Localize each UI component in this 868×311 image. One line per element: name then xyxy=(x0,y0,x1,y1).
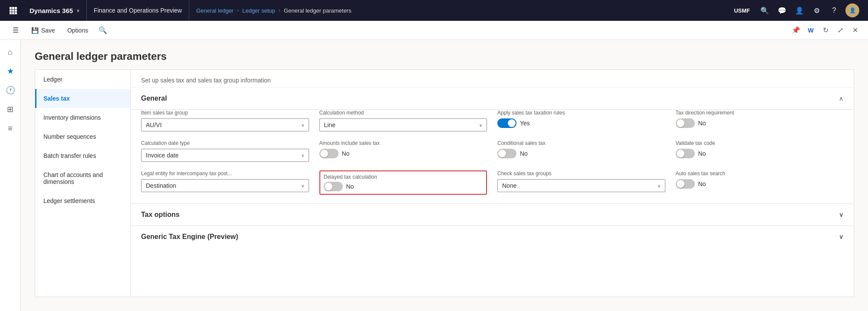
delayed-tax-calculation-toggle[interactable] xyxy=(324,182,343,191)
form-description: Set up sales tax and sales tax group inf… xyxy=(131,70,854,88)
field-calculation-method: Calculation method Line ∨ xyxy=(319,110,487,131)
delayed-tax-calculation-label: Delayed tax calculation xyxy=(324,174,483,180)
breadcrumb: General ledger › Ledger setup › General … xyxy=(189,7,729,14)
item-sales-tax-group-dropdown[interactable]: AU/VI ∨ xyxy=(141,118,309,131)
nav-item-ledger-settlements[interactable]: Ledger settlements xyxy=(35,191,130,210)
tax-direction-requirement-value: No xyxy=(698,120,706,127)
help-nav-icon[interactable]: ? xyxy=(826,3,842,18)
field-tax-direction-requirement: Tax direction requirement No xyxy=(676,110,844,131)
check-sales-tax-groups-label: Check sales tax groups xyxy=(497,170,665,177)
apply-sales-tax-rules-toggle-group: Yes xyxy=(497,118,665,128)
nav-item-batch-transfer-rules[interactable]: Batch transfer rules xyxy=(35,146,130,165)
field-delayed-tax-calculation-highlight: Delayed tax calculation No xyxy=(319,170,487,195)
svg-rect-6 xyxy=(10,12,12,14)
search-nav-icon[interactable]: 🔍 xyxy=(757,3,773,18)
svg-rect-7 xyxy=(12,12,14,14)
validate-tax-code-value: No xyxy=(698,150,706,157)
calculation-date-type-dropdown[interactable]: Invoice date ∨ xyxy=(141,149,309,162)
favorites-icon[interactable]: ★ xyxy=(2,62,19,80)
tax-options-header[interactable]: Tax options ∨ xyxy=(131,204,854,226)
field-validate-tax-code: Validate tax code No xyxy=(676,140,844,162)
nav-item-chart-of-accounts[interactable]: Chart of accounts and dimensions xyxy=(35,165,130,191)
field-amounts-include-sales-tax: Amounts include sales tax No xyxy=(319,140,487,162)
field-legal-entity-intercompany: Legal entity for intercompany tax post..… xyxy=(141,170,309,195)
breadcrumb-general-ledger[interactable]: General ledger xyxy=(196,7,233,14)
breadcrumb-sep-1: › xyxy=(237,7,239,13)
auto-sales-tax-search-label: Auto sales tax search xyxy=(676,170,844,177)
calculation-method-dropdown[interactable]: Line ∨ xyxy=(319,118,487,131)
svg-rect-8 xyxy=(15,12,17,14)
tax-direction-requirement-toggle[interactable] xyxy=(676,118,695,128)
home-icon[interactable]: ⌂ xyxy=(2,43,19,61)
command-search-button[interactable]: 🔍 xyxy=(97,24,109,36)
svg-rect-0 xyxy=(10,7,12,9)
nav-item-ledger[interactable]: Ledger xyxy=(35,70,130,89)
svg-rect-3 xyxy=(10,10,12,12)
app-name: Finance and Operations Preview xyxy=(87,0,189,21)
field-calculation-date-type: Calculation date type Invoice date ∨ xyxy=(141,140,309,162)
main-area: General ledger parameters Ledger Sales t… xyxy=(21,40,868,311)
close-icon[interactable]: ✕ xyxy=(849,24,861,36)
auto-sales-tax-search-toggle-group: No xyxy=(676,179,844,189)
contact-nav-icon[interactable]: 👤 xyxy=(792,3,807,18)
tax-options-section: Tax options ∨ xyxy=(131,203,854,226)
nav-item-inventory-dimensions[interactable]: Inventory dimensions xyxy=(35,108,130,127)
legal-entity-intercompany-dropdown[interactable]: Destination ∨ xyxy=(141,179,309,192)
user-avatar[interactable]: 👤 xyxy=(845,3,859,17)
tax-direction-requirement-label: Tax direction requirement xyxy=(676,110,844,116)
settings-nav-icon[interactable]: ⚙ xyxy=(809,3,825,18)
calculation-method-label: Calculation method xyxy=(319,110,487,116)
generic-tax-engine-chevron-icon: ∨ xyxy=(839,233,843,240)
calculation-date-type-label: Calculation date type xyxy=(141,140,309,146)
validate-tax-code-toggle[interactable] xyxy=(676,149,695,158)
command-bar: ☰ 💾 Save Options 🔍 📌 W ↻ ⤢ ✕ xyxy=(0,21,868,40)
apply-sales-tax-rules-label: Apply sales tax taxation rules xyxy=(497,110,665,116)
generic-tax-engine-header[interactable]: Generic Tax Engine (Preview) ∨ xyxy=(131,226,854,248)
auto-sales-tax-search-toggle[interactable] xyxy=(676,179,695,189)
calculation-date-type-chevron-icon: ∨ xyxy=(301,153,304,158)
modules-icon[interactable]: ≡ xyxy=(2,120,19,137)
left-sidebar: ⌂ ★ 🕐 ⊞ ≡ xyxy=(0,40,21,311)
svg-rect-1 xyxy=(12,7,14,9)
legal-entity-intercompany-label: Legal entity for intercompany tax post..… xyxy=(141,170,309,177)
workspaces-icon[interactable]: ⊞ xyxy=(2,101,19,118)
refresh-icon[interactable]: ↻ xyxy=(819,24,832,36)
word-icon[interactable]: W xyxy=(805,24,817,36)
item-sales-tax-group-label: Item sales tax group xyxy=(141,110,309,116)
breadcrumb-ledger-setup[interactable]: Ledger setup xyxy=(242,7,275,14)
recent-icon[interactable]: 🕐 xyxy=(2,82,19,99)
conditional-sales-tax-toggle-group: No xyxy=(497,149,665,158)
check-sales-tax-groups-dropdown[interactable]: None ∨ xyxy=(497,179,665,192)
hamburger-icon[interactable]: ☰ xyxy=(7,22,24,39)
breadcrumb-current: General ledger parameters xyxy=(284,7,351,14)
top-nav: Dynamics 365 ∨ Finance and Operations Pr… xyxy=(0,0,868,21)
page-title: General ledger parameters xyxy=(35,50,854,62)
auto-sales-tax-search-value: No xyxy=(698,180,706,187)
form-row-3: Legal entity for intercompany tax post..… xyxy=(131,170,854,203)
legal-entity-intercompany-chevron-icon: ∨ xyxy=(301,183,304,188)
form-row-2: Calculation date type Invoice date ∨ Amo… xyxy=(131,140,854,170)
brand-label: Dynamics 365 xyxy=(30,7,73,14)
nav-item-number-sequences[interactable]: Number sequences xyxy=(35,127,130,146)
conditional-sales-tax-value: No xyxy=(520,150,528,157)
amounts-include-sales-tax-toggle[interactable] xyxy=(319,149,339,158)
field-item-sales-tax-group: Item sales tax group AU/VI ∨ xyxy=(141,110,309,131)
grid-menu-icon[interactable] xyxy=(5,3,21,18)
conditional-sales-tax-label: Conditional sales tax xyxy=(497,140,665,146)
options-button[interactable]: Options xyxy=(62,23,93,37)
page-layout: ⌂ ★ 🕐 ⊞ ≡ General ledger parameters Ledg… xyxy=(0,40,868,311)
nav-item-sales-tax[interactable]: Sales tax xyxy=(35,89,130,108)
expand-icon[interactable]: ⤢ xyxy=(834,24,846,36)
brand-area[interactable]: Dynamics 365 ∨ xyxy=(23,0,87,21)
pin-icon[interactable]: 📌 xyxy=(790,24,802,36)
save-button[interactable]: 💾 Save xyxy=(26,23,60,37)
conditional-sales-tax-toggle[interactable] xyxy=(497,149,516,158)
amounts-include-sales-tax-toggle-group: No xyxy=(319,149,487,158)
field-auto-sales-tax-search: Auto sales tax search No xyxy=(676,170,844,195)
amounts-include-sales-tax-value: No xyxy=(342,150,350,157)
chat-nav-icon[interactable]: 💬 xyxy=(774,3,790,18)
command-bar-right: 📌 W ↻ ⤢ ✕ xyxy=(790,24,861,36)
delayed-tax-calculation-toggle-group: No xyxy=(324,182,483,191)
apply-sales-tax-rules-toggle[interactable] xyxy=(497,118,516,128)
general-section-header[interactable]: General ∧ xyxy=(131,88,854,110)
